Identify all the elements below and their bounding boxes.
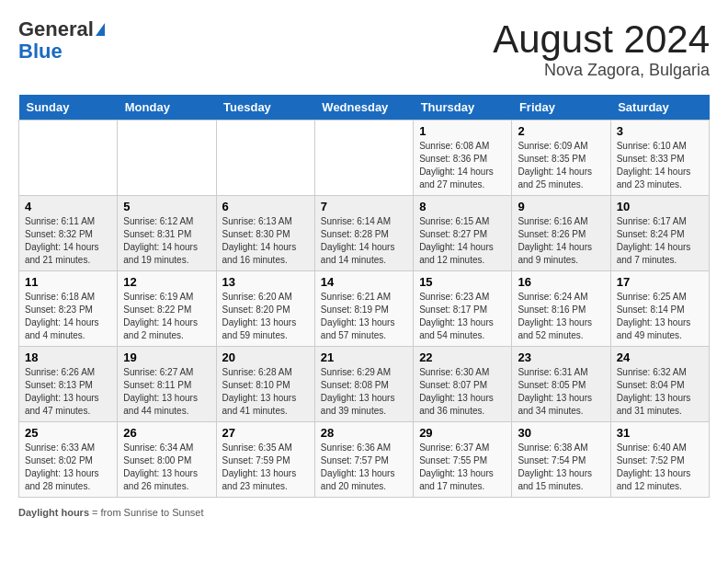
day-info: Sunrise: 6:38 AM Sunset: 7:54 PM Dayligh…: [518, 442, 604, 493]
day-number: 2: [518, 124, 604, 138]
weekday-header-thursday: Thursday: [414, 95, 512, 121]
calendar-cell: 4Sunrise: 6:11 AM Sunset: 8:32 PM Daylig…: [19, 196, 118, 271]
day-info: Sunrise: 6:31 AM Sunset: 8:05 PM Dayligh…: [518, 366, 604, 418]
calendar-cell: 30Sunrise: 6:38 AM Sunset: 7:54 PM Dayli…: [512, 422, 610, 498]
calendar-cell: 17Sunrise: 6:25 AM Sunset: 8:14 PM Dayli…: [610, 271, 709, 347]
logo-triangle-icon: [96, 23, 105, 36]
day-number: 20: [222, 350, 309, 364]
logo-blue-text: Blue: [18, 40, 105, 63]
calendar-week-2: 4Sunrise: 6:11 AM Sunset: 8:32 PM Daylig…: [19, 196, 710, 271]
calendar-cell: 29Sunrise: 6:37 AM Sunset: 7:55 PM Dayli…: [414, 422, 512, 498]
calendar-cell: 14Sunrise: 6:21 AM Sunset: 8:19 PM Dayli…: [314, 271, 413, 347]
calendar-cell: 16Sunrise: 6:24 AM Sunset: 8:16 PM Dayli…: [512, 271, 610, 347]
day-number: 31: [617, 426, 703, 440]
day-number: 15: [419, 275, 506, 289]
weekday-header-monday: Monday: [118, 95, 216, 121]
day-info: Sunrise: 6:33 AM Sunset: 8:02 PM Dayligh…: [25, 442, 111, 493]
calendar-cell: 22Sunrise: 6:30 AM Sunset: 8:07 PM Dayli…: [414, 347, 512, 422]
calendar-cell: 27Sunrise: 6:35 AM Sunset: 7:59 PM Dayli…: [216, 422, 314, 498]
day-number: 30: [518, 426, 604, 440]
day-number: 11: [25, 275, 111, 289]
day-info: Sunrise: 6:14 AM Sunset: 8:28 PM Dayligh…: [321, 215, 407, 267]
day-number: 19: [123, 350, 210, 364]
calendar-cell: 25Sunrise: 6:33 AM Sunset: 8:02 PM Dayli…: [19, 422, 118, 498]
calendar-cell: 9Sunrise: 6:16 AM Sunset: 8:26 PM Daylig…: [512, 196, 610, 271]
day-info: Sunrise: 6:23 AM Sunset: 8:17 PM Dayligh…: [419, 291, 506, 342]
day-number: 25: [25, 426, 111, 440]
weekday-header-sunday: Sunday: [19, 95, 118, 121]
day-number: 8: [419, 200, 506, 213]
calendar-table: SundayMondayTuesdayWednesdayThursdayFrid…: [18, 95, 710, 498]
day-info: Sunrise: 6:30 AM Sunset: 8:07 PM Dayligh…: [419, 366, 506, 418]
day-info: Sunrise: 6:24 AM Sunset: 8:16 PM Dayligh…: [518, 291, 604, 342]
weekday-header-saturday: Saturday: [610, 95, 709, 121]
calendar-week-3: 11Sunrise: 6:18 AM Sunset: 8:23 PM Dayli…: [19, 271, 710, 347]
calendar-cell: 10Sunrise: 6:17 AM Sunset: 8:24 PM Dayli…: [610, 196, 709, 271]
calendar-cell: 18Sunrise: 6:26 AM Sunset: 8:13 PM Dayli…: [19, 347, 118, 422]
day-number: 23: [518, 350, 604, 364]
calendar-cell: 19Sunrise: 6:27 AM Sunset: 8:11 PM Dayli…: [118, 347, 216, 422]
day-number: 10: [617, 200, 703, 213]
day-info: Sunrise: 6:26 AM Sunset: 8:13 PM Dayligh…: [25, 366, 111, 418]
calendar-cell: 3Sunrise: 6:10 AM Sunset: 8:33 PM Daylig…: [610, 121, 709, 196]
day-number: 24: [617, 350, 703, 364]
day-number: 27: [222, 426, 309, 440]
day-info: Sunrise: 6:36 AM Sunset: 7:57 PM Dayligh…: [321, 442, 407, 493]
day-info: Sunrise: 6:34 AM Sunset: 8:00 PM Dayligh…: [123, 442, 210, 493]
day-info: Sunrise: 6:09 AM Sunset: 8:35 PM Dayligh…: [518, 140, 604, 191]
calendar-cell: 13Sunrise: 6:20 AM Sunset: 8:20 PM Dayli…: [216, 271, 314, 347]
calendar-week-5: 25Sunrise: 6:33 AM Sunset: 8:02 PM Dayli…: [19, 422, 710, 498]
day-number: 3: [617, 124, 703, 138]
calendar-cell: 24Sunrise: 6:32 AM Sunset: 8:04 PM Dayli…: [610, 347, 709, 422]
day-number: 7: [321, 200, 407, 213]
calendar-cell: [19, 121, 118, 196]
calendar-cell: 7Sunrise: 6:14 AM Sunset: 8:28 PM Daylig…: [314, 196, 413, 271]
calendar-week-1: 1Sunrise: 6:08 AM Sunset: 8:36 PM Daylig…: [19, 121, 710, 196]
day-number: 18: [25, 350, 111, 364]
day-info: Sunrise: 6:19 AM Sunset: 8:22 PM Dayligh…: [123, 291, 210, 342]
logo-general-text: General: [18, 18, 94, 40]
calendar-cell: 5Sunrise: 6:12 AM Sunset: 8:31 PM Daylig…: [118, 196, 216, 271]
day-number: 1: [419, 124, 506, 138]
calendar-cell: [216, 121, 314, 196]
day-info: Sunrise: 6:08 AM Sunset: 8:36 PM Dayligh…: [419, 140, 506, 191]
day-number: 13: [222, 275, 309, 289]
day-info: Sunrise: 6:11 AM Sunset: 8:32 PM Dayligh…: [25, 215, 111, 267]
day-number: 6: [222, 200, 309, 213]
day-info: Sunrise: 6:25 AM Sunset: 8:14 PM Dayligh…: [617, 291, 703, 342]
calendar-cell: 11Sunrise: 6:18 AM Sunset: 8:23 PM Dayli…: [19, 271, 118, 347]
day-info: Sunrise: 6:16 AM Sunset: 8:26 PM Dayligh…: [518, 215, 604, 267]
day-number: 4: [25, 200, 111, 213]
day-info: Sunrise: 6:21 AM Sunset: 8:19 PM Dayligh…: [321, 291, 407, 342]
day-info: Sunrise: 6:35 AM Sunset: 7:59 PM Dayligh…: [222, 442, 309, 493]
day-info: Sunrise: 6:27 AM Sunset: 8:11 PM Dayligh…: [123, 366, 210, 418]
calendar-cell: 28Sunrise: 6:36 AM Sunset: 7:57 PM Dayli…: [314, 422, 413, 498]
day-number: 26: [123, 426, 210, 440]
page-header: General Blue August 2024 Nova Zagora, Bu…: [18, 18, 710, 80]
day-info: Sunrise: 6:20 AM Sunset: 8:20 PM Dayligh…: [222, 291, 309, 342]
weekday-header-friday: Friday: [512, 95, 610, 121]
day-info: Sunrise: 6:18 AM Sunset: 8:23 PM Dayligh…: [25, 291, 111, 342]
day-number: 17: [617, 275, 703, 289]
calendar-cell: [118, 121, 216, 196]
weekday-header-wednesday: Wednesday: [314, 95, 413, 121]
calendar-cell: 31Sunrise: 6:40 AM Sunset: 7:52 PM Dayli…: [610, 422, 709, 498]
logo: General Blue: [18, 18, 105, 63]
weekday-header-tuesday: Tuesday: [216, 95, 314, 121]
day-info: Sunrise: 6:12 AM Sunset: 8:31 PM Dayligh…: [123, 215, 210, 267]
day-number: 5: [123, 200, 210, 213]
calendar-cell: 20Sunrise: 6:28 AM Sunset: 8:10 PM Dayli…: [216, 347, 314, 422]
day-info: Sunrise: 6:32 AM Sunset: 8:04 PM Dayligh…: [617, 366, 703, 418]
calendar-cell: 1Sunrise: 6:08 AM Sunset: 8:36 PM Daylig…: [414, 121, 512, 196]
day-info: Sunrise: 6:17 AM Sunset: 8:24 PM Dayligh…: [617, 215, 703, 267]
day-info: Sunrise: 6:15 AM Sunset: 8:27 PM Dayligh…: [419, 215, 506, 267]
day-number: 21: [321, 350, 407, 364]
calendar-cell: 6Sunrise: 6:13 AM Sunset: 8:30 PM Daylig…: [216, 196, 314, 271]
day-info: Sunrise: 6:40 AM Sunset: 7:52 PM Dayligh…: [617, 442, 703, 493]
calendar-cell: 23Sunrise: 6:31 AM Sunset: 8:05 PM Dayli…: [512, 347, 610, 422]
calendar-cell: 2Sunrise: 6:09 AM Sunset: 8:35 PM Daylig…: [512, 121, 610, 196]
title-section: August 2024 Nova Zagora, Bulgaria: [493, 18, 710, 80]
day-info: Sunrise: 6:28 AM Sunset: 8:10 PM Dayligh…: [222, 366, 309, 418]
location-subtitle: Nova Zagora, Bulgaria: [493, 61, 710, 80]
calendar-cell: 21Sunrise: 6:29 AM Sunset: 8:08 PM Dayli…: [314, 347, 413, 422]
